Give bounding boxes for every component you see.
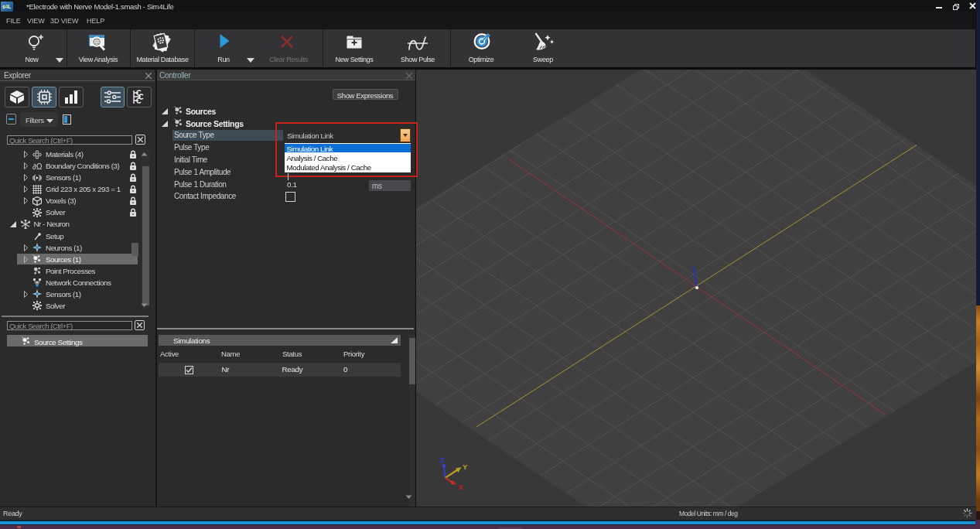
svg-text:X: X — [458, 483, 463, 491]
svg-text:∂Ω: ∂Ω — [32, 162, 42, 170]
svg-text:Y: Y — [463, 462, 468, 471]
svg-text:Z: Z — [440, 456, 445, 464]
